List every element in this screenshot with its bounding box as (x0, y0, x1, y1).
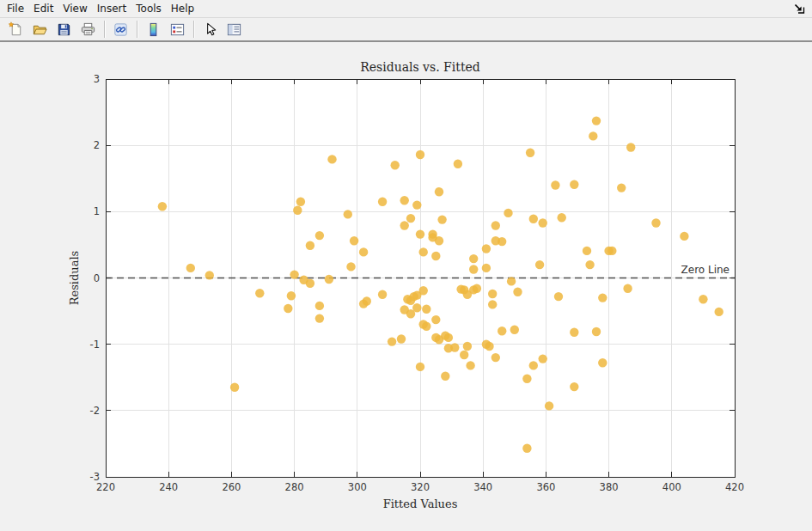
residuals-vs-fitted-plot: 220240260280300320340360380400420-3-2-10… (0, 41, 812, 531)
scatter-point (535, 260, 544, 269)
menu-file[interactable]: File (3, 1, 27, 16)
ytick-label: 2 (94, 139, 100, 151)
scatter-point (488, 300, 497, 308)
scatter-point (488, 290, 497, 298)
scatter-point (522, 444, 531, 453)
scatter-point (526, 149, 534, 157)
scatter-point (359, 247, 368, 256)
edit-plot-icon[interactable] (198, 19, 222, 40)
scatter-point (504, 209, 512, 217)
scatter-point (589, 131, 597, 140)
save-figure-icon[interactable] (52, 19, 76, 40)
scatter-point (230, 383, 239, 392)
scatter-point (539, 218, 547, 227)
menu-help[interactable]: Help (168, 1, 198, 16)
scatter-point (293, 206, 302, 215)
scatter-point (346, 262, 355, 271)
scatter-point (469, 254, 478, 263)
new-figure-icon[interactable] (4, 19, 27, 40)
menu-view[interactable]: View (59, 1, 90, 16)
scatter-point (284, 304, 292, 313)
scatter-point (491, 221, 500, 229)
scatter-point (598, 358, 607, 367)
scatter-point (186, 264, 195, 272)
dock-arrow-glyph (794, 3, 805, 14)
scatter-point (554, 292, 563, 301)
scatter-point (460, 351, 468, 359)
scatter-point (680, 232, 688, 241)
scatter-point (513, 288, 522, 296)
xtick-label: 400 (662, 481, 681, 493)
scatter-point (435, 187, 443, 196)
toolbar-separator (104, 21, 106, 38)
scatter-point (466, 361, 474, 369)
scatter-point (412, 303, 421, 312)
xtick-label: 240 (159, 481, 178, 493)
scatter-point (570, 180, 578, 189)
scatter-point (378, 198, 387, 206)
scatter-point (350, 236, 358, 245)
scatter-point (626, 143, 635, 151)
ytick-label: -3 (90, 471, 100, 483)
scatter-point (315, 231, 324, 240)
scatter-point (419, 247, 428, 256)
scatter-point (617, 183, 626, 192)
scatter-point (363, 296, 371, 305)
toolbar-separator (193, 21, 195, 38)
scatter-point (306, 241, 314, 250)
menu-insert[interactable]: Insert (94, 1, 130, 16)
scatter-point (491, 353, 500, 362)
insert-legend-icon[interactable] (166, 19, 189, 40)
scatter-point (388, 337, 396, 345)
xtick-label: 420 (725, 481, 744, 493)
scatter-point (570, 328, 578, 337)
scatter-point (344, 210, 352, 218)
toolbar-separator (137, 21, 138, 38)
scatter-point (715, 308, 723, 316)
scatter-point (400, 221, 409, 229)
xtick-label: 300 (348, 481, 367, 493)
print-figure-icon[interactable] (76, 19, 100, 40)
scatter-point (416, 229, 424, 238)
x-axis-label: Fitted Values (383, 497, 458, 510)
menu-edit[interactable]: Edit (30, 1, 57, 16)
zero-line-label: Zero Line (681, 264, 730, 276)
scatter-point (551, 180, 559, 189)
scatter-point (583, 247, 591, 255)
link-plot-icon[interactable] (109, 19, 132, 40)
scatter-point (422, 305, 430, 314)
menu-tools[interactable]: Tools (132, 1, 165, 16)
scatter-point (158, 202, 167, 211)
scatter-point (296, 198, 305, 206)
scatter-point (327, 155, 336, 163)
insert-colorbar-icon[interactable] (142, 19, 165, 40)
scatter-point (437, 215, 446, 223)
property-inspector-icon[interactable] (223, 19, 246, 40)
xtick-label: 280 (285, 481, 304, 493)
scatter-point (592, 116, 601, 125)
scatter-point (623, 284, 632, 293)
xtick-label: 220 (96, 481, 115, 493)
scatter-point (290, 270, 298, 278)
menu-bar: FileEditViewInsertToolsHelp (0, 0, 812, 18)
scatter-point (325, 275, 333, 284)
scatter-point (397, 334, 406, 343)
scatter-point (419, 286, 428, 295)
scatter-point (306, 279, 314, 288)
open-file-icon[interactable] (28, 19, 52, 40)
figure-canvas: 220240260280300320340360380400420-3-2-10… (0, 41, 812, 531)
scatter-point (607, 247, 616, 255)
scatter-point (485, 342, 493, 351)
scatter-point (463, 342, 472, 351)
ytick-label: -1 (90, 339, 100, 351)
scatter-point (598, 293, 607, 302)
scatter-point (205, 271, 214, 279)
scatter-point (416, 363, 424, 371)
scatter-point (510, 326, 519, 334)
scatter-point (412, 200, 421, 209)
dock-figure-icon[interactable] (792, 3, 806, 15)
scatter-point (498, 327, 506, 335)
xtick-label: 320 (411, 481, 430, 493)
scatter-point (539, 354, 547, 363)
scatter-point (315, 302, 324, 310)
